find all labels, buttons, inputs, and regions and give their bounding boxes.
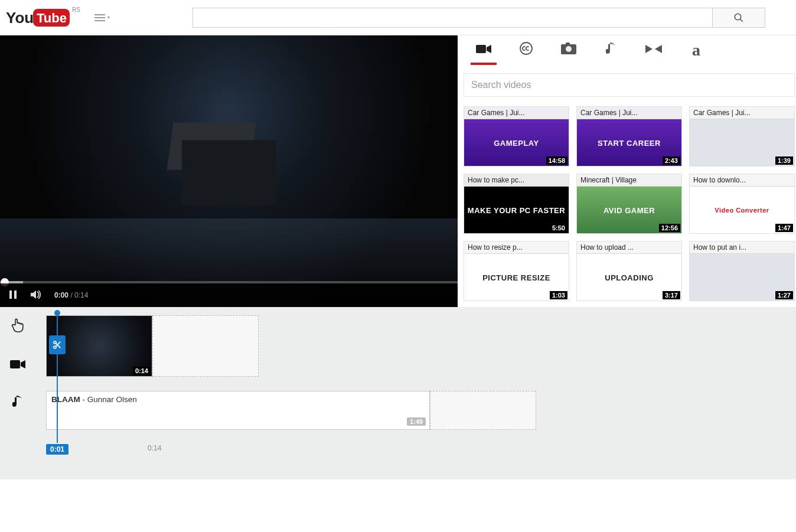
tab-transition[interactable] <box>643 43 664 58</box>
video-search-input[interactable] <box>464 73 795 97</box>
video-thumbnail[interactable]: Minecraft | VillageAVID GAMER12:56 <box>576 174 682 234</box>
text-a-icon: a <box>692 41 700 59</box>
chevron-down-icon: ▾ <box>107 15 110 20</box>
playhead-time-label: 0:01 <box>46 444 68 455</box>
logo-country-code: RS <box>72 6 80 13</box>
timeline-ruler[interactable]: 0:01 0:14 <box>46 444 790 456</box>
video-thumbnail[interactable]: How to downlo...Video Converter1:47 <box>689 174 795 234</box>
header: You Tube RS ▾ <box>0 0 796 35</box>
empty-audio-slot[interactable] <box>430 391 536 430</box>
thumbnail-duration: 1:27 <box>775 291 793 299</box>
video-thumbnail[interactable]: Car Games | Jui...1:39 <box>689 106 795 167</box>
search-button[interactable] <box>712 8 765 28</box>
timeline-tools <box>6 315 30 456</box>
svg-text:Tube: Tube <box>37 11 67 25</box>
tab-audio[interactable] <box>601 41 622 59</box>
tab-photo[interactable] <box>558 43 579 58</box>
thumbnail-duration: 12:56 <box>659 224 680 232</box>
video-thumbnail[interactable]: How to resize p...PICTURE RESIZE1:03 <box>464 241 569 301</box>
audio-track-icon[interactable] <box>12 394 23 412</box>
video-thumbnail[interactable]: Car Games | Jui...GAMEPLAY14:58 <box>464 106 569 167</box>
thumbnail-title: How to resize p... <box>464 241 569 254</box>
svg-text:You: You <box>6 9 34 27</box>
thumbnail-title: Car Games | Jui... <box>690 107 794 119</box>
timeline-editor: 0:14 BLAAM - Gunnar Olsen 1:49 0:01 0:14 <box>0 307 796 479</box>
svg-rect-6 <box>14 291 17 299</box>
thumbnail-duration: 2:43 <box>663 156 680 165</box>
empty-video-slot[interactable] <box>152 315 259 377</box>
thumbnail-duration: 14:58 <box>546 156 567 165</box>
scissors-icon <box>53 340 62 350</box>
guide-menu-button[interactable]: ▾ <box>94 14 110 21</box>
video-track-icon[interactable] <box>10 358 25 373</box>
search-input[interactable] <box>193 8 712 28</box>
main: 0:00 / 0:14 a <box>0 35 796 307</box>
svg-point-3 <box>735 14 741 20</box>
thumbnail-title: Car Games | Jui... <box>464 107 569 119</box>
svg-marker-7 <box>31 291 36 299</box>
music-note-icon <box>12 394 23 409</box>
thumbnail-title: How to make pc... <box>464 174 569 187</box>
hamburger-icon <box>94 14 105 21</box>
svg-line-4 <box>740 19 743 22</box>
svg-marker-17 <box>21 360 25 368</box>
volume-button[interactable] <box>31 290 43 301</box>
duration: 0:14 <box>74 291 88 299</box>
clip-duration: 0:14 <box>133 367 151 375</box>
tab-cc[interactable] <box>516 41 537 59</box>
youtube-logo[interactable]: You Tube RS <box>6 8 80 28</box>
thumbnail-duration: 1:03 <box>550 291 567 299</box>
player-controls: 0:00 / 0:14 <box>0 283 458 307</box>
audio-clip-label: BLAAM - Gunnar Olsen <box>51 395 137 404</box>
thumbnail-duration: 3:17 <box>663 291 680 299</box>
pointer-tool[interactable] <box>11 318 24 337</box>
video-thumbnail[interactable]: How to upload ...UPLOADING3:17 <box>576 241 682 301</box>
thumbnail-title: How to downlo... <box>690 174 794 187</box>
current-time: 0:00 <box>54 291 68 299</box>
video-thumbnail[interactable]: Car Games | Jui...START CAREER2:43 <box>576 106 682 167</box>
svg-point-19 <box>54 346 56 348</box>
media-type-tabs: a <box>464 35 795 65</box>
pause-button[interactable] <box>7 290 19 301</box>
side-panel: a Car Games | Jui...GAMEPLAY14:58Car Gam… <box>458 35 796 301</box>
video-track[interactable]: 0:14 <box>46 315 790 377</box>
thumbnail-title: How to upload ... <box>577 241 681 254</box>
svg-point-18 <box>54 341 56 344</box>
svg-rect-8 <box>476 45 486 53</box>
video-thumbnail[interactable]: How to put an i...1:27 <box>689 241 795 301</box>
pointer-hand-icon <box>11 318 24 333</box>
video-player[interactable]: 0:00 / 0:14 <box>0 35 458 307</box>
music-note-icon <box>606 41 616 56</box>
svg-rect-5 <box>9 291 12 299</box>
thumbnail-title: Car Games | Jui... <box>577 107 681 119</box>
svg-rect-16 <box>10 360 20 368</box>
ruler-tick: 0:14 <box>148 444 161 452</box>
video-camera-icon <box>476 44 491 54</box>
search-group <box>193 8 765 28</box>
cut-button[interactable] <box>49 335 66 354</box>
audio-track[interactable]: BLAAM - Gunnar Olsen 1:49 <box>46 391 790 430</box>
timeline-tracks: 0:14 BLAAM - Gunnar Olsen 1:49 0:01 0:14 <box>46 315 790 456</box>
svg-marker-15 <box>655 45 662 53</box>
search-icon <box>733 12 744 23</box>
svg-rect-13 <box>566 43 570 45</box>
thumbnail-duration: 5:50 <box>550 224 567 232</box>
video-thumbnail[interactable]: How to make pc...MAKE YOUR PC FASTER5:50 <box>464 174 569 234</box>
time-display: 0:00 / 0:14 <box>54 291 88 299</box>
svg-point-12 <box>566 46 572 52</box>
video-frame <box>164 123 294 211</box>
camera-icon <box>561 43 576 54</box>
thumbnail-title: Minecraft | Village <box>577 174 681 187</box>
cc-icon <box>519 41 533 56</box>
video-camera-icon <box>10 359 25 370</box>
playhead[interactable] <box>57 312 58 443</box>
svg-marker-14 <box>645 45 653 53</box>
tab-video[interactable] <box>473 43 494 58</box>
audio-clip-duration: 1:49 <box>407 417 426 426</box>
tab-text[interactable]: a <box>686 41 707 60</box>
audio-clip[interactable]: BLAAM - Gunnar Olsen 1:49 <box>46 391 430 430</box>
thumbnail-title: How to put an i... <box>690 241 794 254</box>
playhead-cap <box>54 310 60 316</box>
thumbnail-duration: 1:47 <box>775 224 793 232</box>
transition-icon <box>645 44 662 54</box>
